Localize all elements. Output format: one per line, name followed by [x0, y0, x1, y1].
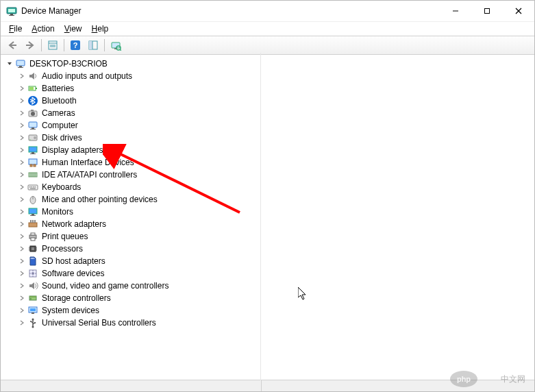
chevron-right-icon[interactable]	[17, 232, 27, 241]
chevron-right-icon[interactable]	[17, 318, 27, 328]
back-button[interactable]	[3, 37, 21, 53]
chevron-right-icon[interactable]	[17, 195, 27, 204]
battery-icon	[27, 83, 38, 94]
tree-item[interactable]: Sound, video and game controllers	[5, 280, 534, 292]
svg-rect-63	[34, 220, 36, 223]
title-bar: Device Manager	[1, 1, 534, 22]
tree-item[interactable]: IDE ATA/ATAPI controllers	[5, 169, 534, 181]
chevron-right-icon[interactable]	[17, 293, 27, 303]
svg-rect-76	[32, 258, 33, 259]
tree-item[interactable]: Print queues	[5, 230, 534, 243]
tree-item[interactable]: Batteries	[5, 82, 534, 95]
chevron-right-icon[interactable]	[17, 281, 27, 291]
svg-rect-81	[29, 296, 36, 297]
tree-item[interactable]: Disk drives	[5, 132, 534, 144]
svg-rect-57	[29, 208, 37, 214]
svg-rect-68	[32, 247, 34, 250]
svg-rect-61	[30, 220, 32, 223]
tree-item[interactable]: Computer	[5, 119, 534, 132]
chevron-right-icon[interactable]	[17, 121, 27, 130]
tree-item-label: SD host adapters	[40, 256, 107, 266]
svg-rect-84	[30, 308, 36, 311]
tree-item-label: Mice and other pointing devices	[40, 195, 159, 204]
svg-rect-59	[30, 215, 36, 216]
chevron-right-icon[interactable]	[17, 71, 27, 81]
svg-rect-26	[29, 87, 34, 90]
tree-item[interactable]: Bluetooth	[5, 95, 534, 107]
app-icon	[6, 5, 17, 16]
status-bar	[1, 380, 534, 391]
svg-rect-85	[32, 313, 34, 314]
svg-rect-5	[485, 9, 490, 14]
chevron-right-icon[interactable]	[17, 158, 27, 167]
tree-item[interactable]: Universal Serial Bus controllers	[5, 317, 534, 329]
menu-file[interactable]: File	[5, 23, 26, 34]
chevron-right-icon[interactable]	[17, 182, 27, 192]
tree-item[interactable]: Cameras	[5, 107, 534, 119]
forward-button[interactable]	[21, 37, 39, 53]
tree-item[interactable]: Human Interface Devices	[5, 156, 534, 169]
keyboard-icon	[27, 182, 38, 193]
chevron-right-icon[interactable]	[17, 108, 27, 118]
chevron-right-icon[interactable]	[17, 133, 27, 143]
svg-rect-2	[9, 15, 14, 16]
chevron-right-icon[interactable]	[17, 306, 27, 315]
svg-rect-52	[33, 186, 34, 188]
tree-root[interactable]: DESKTOP-B3CRIOB	[5, 58, 534, 70]
maximize-button[interactable]	[471, 1, 503, 21]
tree-item[interactable]: Audio inputs and outputs	[5, 70, 534, 82]
tree-item[interactable]: SD host adapters	[5, 255, 534, 267]
disk-icon	[27, 132, 38, 143]
menu-view[interactable]: View	[60, 23, 86, 34]
tree-item-label: Human Interface Devices	[40, 158, 136, 167]
system-icon	[27, 305, 38, 316]
menu-help[interactable]: Help	[88, 23, 113, 34]
chevron-right-icon[interactable]	[17, 244, 27, 254]
close-button[interactable]	[503, 1, 534, 21]
svg-rect-53	[35, 186, 36, 188]
svg-point-29	[31, 112, 35, 116]
scan-button[interactable]	[107, 37, 125, 53]
tree-item[interactable]: Mice and other pointing devices	[5, 193, 534, 206]
properties-button[interactable]	[44, 37, 62, 53]
svg-rect-62	[32, 220, 34, 223]
tree-item[interactable]: Display adapters	[5, 144, 534, 156]
tree-item-label: Cameras	[40, 108, 77, 118]
tree-item-label: Sound, video and game controllers	[40, 281, 170, 291]
chevron-right-icon[interactable]	[17, 219, 27, 229]
chevron-right-icon[interactable]	[17, 207, 27, 217]
window-title: Device Manager	[21, 6, 81, 16]
tree-item[interactable]: Storage controllers	[5, 292, 534, 304]
usb-icon	[27, 317, 38, 328]
minimize-button[interactable]	[440, 1, 471, 21]
svg-rect-32	[32, 127, 34, 129]
tree-item-label: IDE ATA/ATAPI controllers	[40, 170, 138, 180]
ide-icon	[27, 169, 38, 180]
help-button[interactable]: ?	[66, 37, 84, 53]
svg-rect-1	[10, 14, 13, 15]
tree-item-label: Disk drives	[40, 133, 84, 143]
tree-item[interactable]: Processors	[5, 243, 534, 255]
device-tree[interactable]: DESKTOP-B3CRIOBAudio inputs and outputsB…	[1, 55, 534, 380]
splitter[interactable]	[260, 53, 261, 380]
chevron-right-icon[interactable]	[17, 84, 27, 93]
menu-action[interactable]: Action	[27, 23, 58, 34]
chevron-right-icon[interactable]	[17, 256, 27, 266]
svg-rect-17	[112, 42, 120, 48]
tree-item[interactable]: Keyboards	[5, 181, 534, 193]
svg-point-36	[29, 139, 30, 140]
cpu-icon	[27, 243, 38, 254]
tree-item[interactable]: Monitors	[5, 206, 534, 218]
svg-rect-66	[31, 238, 35, 241]
show-hidden-button[interactable]	[84, 37, 102, 53]
mouse-icon	[27, 194, 38, 205]
tree-item-label: Software devices	[40, 269, 105, 278]
tree-item[interactable]: System devices	[5, 304, 534, 317]
chevron-right-icon[interactable]	[17, 96, 27, 106]
chevron-right-icon[interactable]	[17, 145, 27, 155]
chevron-right-icon[interactable]	[17, 269, 27, 278]
tree-item[interactable]: Network adapters	[5, 218, 534, 230]
tree-item[interactable]: Software devices	[5, 267, 534, 280]
chevron-down-icon[interactable]	[5, 59, 14, 69]
chevron-right-icon[interactable]	[17, 170, 27, 180]
